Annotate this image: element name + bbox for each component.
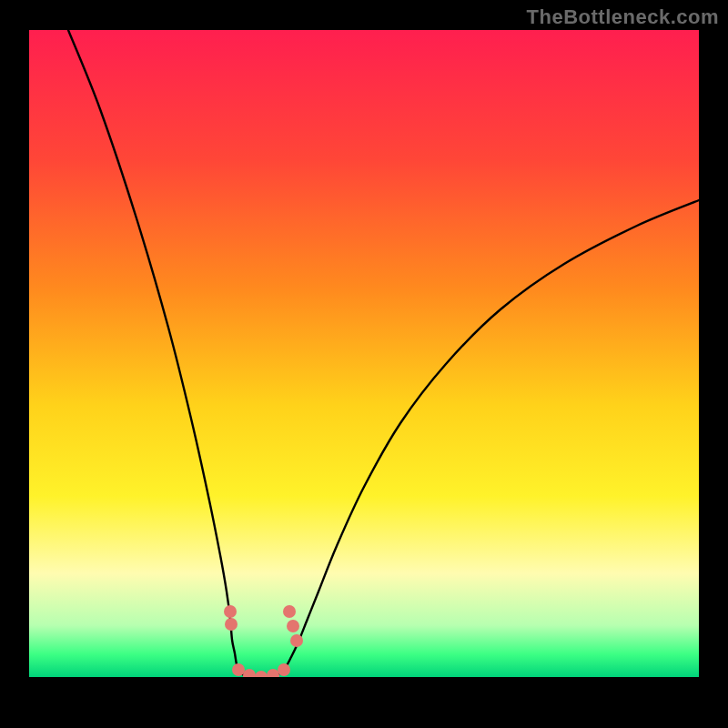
chart-frame: TheBottleneck.com	[0, 0, 728, 728]
curve-marker	[287, 620, 299, 632]
curve-marker	[232, 663, 245, 676]
plot-background	[29, 30, 699, 677]
curve-marker	[224, 605, 237, 618]
curve-marker	[225, 618, 238, 631]
curve-marker	[283, 605, 296, 618]
curve-marker	[290, 634, 303, 647]
curve-marker	[278, 663, 290, 676]
bottleneck-chart	[0, 0, 728, 728]
curve-marker	[243, 669, 256, 682]
curve-marker	[267, 669, 279, 682]
curve-marker	[255, 671, 268, 683]
